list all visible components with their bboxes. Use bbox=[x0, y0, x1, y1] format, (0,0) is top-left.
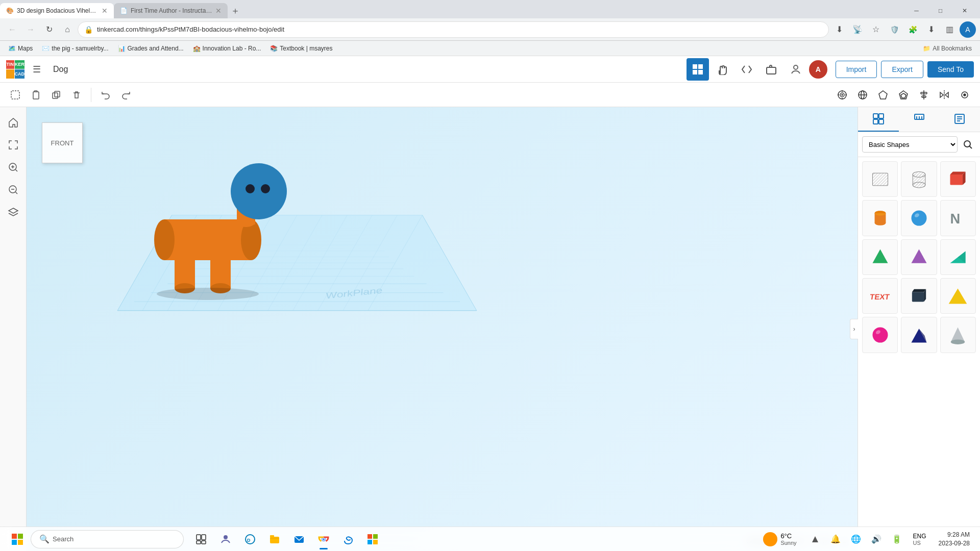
shape-mode-button[interactable] bbox=[874, 86, 892, 104]
shape-teal-wedge[interactable] bbox=[940, 239, 976, 275]
shape-navy-box[interactable] bbox=[901, 278, 937, 314]
mirror-button[interactable] bbox=[935, 86, 953, 104]
restore-button[interactable]: □ bbox=[929, 3, 952, 18]
panel-grid-icon[interactable] bbox=[858, 107, 899, 132]
hollow-mode-button[interactable] bbox=[894, 86, 913, 104]
language-selector[interactable]: ENG US bbox=[909, 531, 930, 548]
weather-condition: Sunny bbox=[780, 540, 796, 546]
extensions-icon[interactable]: ⬇ bbox=[831, 21, 847, 38]
taskbar-app-store[interactable] bbox=[361, 528, 384, 550]
close-button[interactable]: ✕ bbox=[953, 3, 976, 18]
reload-button[interactable]: ↻ bbox=[41, 21, 57, 38]
favorites-icon[interactable]: ☆ bbox=[868, 21, 884, 38]
group-button[interactable] bbox=[955, 86, 974, 104]
tab-close-1[interactable]: ✕ bbox=[102, 7, 108, 15]
cast-icon[interactable]: 📡 bbox=[849, 21, 866, 38]
shape-orange-cylinder[interactable] bbox=[862, 200, 898, 236]
bookmark-pig[interactable]: ✉️ the pig - samuelrby... bbox=[38, 44, 112, 53]
perspective-button[interactable] bbox=[853, 86, 872, 104]
grid-view-button[interactable] bbox=[687, 58, 709, 81]
bookmark-maps[interactable]: 🗺️ Maps bbox=[4, 44, 37, 53]
duplicate-button[interactable] bbox=[47, 86, 65, 104]
panel-search-button[interactable] bbox=[960, 136, 976, 153]
extension-btn-2[interactable]: 🧩 bbox=[904, 21, 921, 38]
taskbar-app-teams[interactable] bbox=[214, 528, 237, 550]
profile-icon[interactable]: A bbox=[960, 21, 976, 38]
import-button[interactable]: Import bbox=[836, 61, 877, 78]
shape-yellow-pyramid[interactable] bbox=[940, 278, 976, 314]
minimize-button[interactable]: ─ bbox=[905, 3, 928, 18]
extension-btn-1[interactable]: 🛡️ bbox=[886, 21, 902, 38]
shape-blue-sphere[interactable] bbox=[901, 200, 937, 236]
hand-tool-button[interactable] bbox=[711, 58, 733, 81]
volume-icon[interactable]: 🔊 bbox=[868, 531, 885, 547]
taskbar-app-chrome[interactable] bbox=[312, 528, 335, 550]
panel-collapse-button[interactable]: › bbox=[850, 319, 858, 339]
taskbar-app-dell[interactable]: D bbox=[239, 528, 261, 550]
zoom-out-button[interactable] bbox=[4, 181, 22, 199]
zoom-in-button[interactable] bbox=[4, 158, 22, 177]
home-button[interactable]: ⌂ bbox=[59, 21, 76, 38]
category-select[interactable]: Basic Shapes bbox=[862, 136, 958, 153]
battery-icon[interactable]: 🔋 bbox=[889, 531, 905, 547]
shape-navy-prism[interactable] bbox=[901, 317, 937, 353]
bookmark-grades[interactable]: 📊 Grades and Attend... bbox=[114, 44, 188, 53]
panel-notes-icon[interactable] bbox=[939, 107, 980, 132]
shape-purple-pyramid[interactable] bbox=[901, 239, 937, 275]
taskbar-clock[interactable]: 9:28 AM 2023-09-28 bbox=[935, 529, 974, 550]
shape-red-box[interactable] bbox=[940, 161, 976, 197]
paste-button[interactable] bbox=[27, 86, 45, 104]
suitcase-tool-button[interactable] bbox=[760, 58, 782, 81]
download-icon[interactable]: ⬇ bbox=[923, 21, 939, 38]
new-tab-button[interactable]: ＋ bbox=[228, 3, 243, 18]
sidebar-icon[interactable]: ▥ bbox=[941, 21, 958, 38]
tab-close-2[interactable]: ✕ bbox=[215, 7, 222, 15]
panel-ruler-icon[interactable] bbox=[899, 107, 940, 132]
taskbar-app-mail[interactable] bbox=[288, 528, 310, 550]
redo-button[interactable] bbox=[117, 86, 135, 104]
taskbar-search-bar[interactable]: 🔍 Search bbox=[31, 530, 184, 548]
shape-box-hole[interactable] bbox=[862, 161, 898, 197]
home-view-button[interactable] bbox=[4, 113, 22, 132]
view-target-button[interactable] bbox=[833, 86, 851, 104]
taskbar-app-taskview[interactable] bbox=[190, 528, 212, 550]
forward-button[interactable]: → bbox=[22, 21, 39, 38]
align-button[interactable] bbox=[915, 86, 933, 104]
taskbar-app-fileexplorer[interactable] bbox=[263, 528, 286, 550]
shape-pink-sphere[interactable] bbox=[862, 317, 898, 353]
user-icon-button[interactable] bbox=[785, 58, 807, 81]
svg-rect-102 bbox=[950, 174, 963, 185]
weather-widget[interactable]: 6°C Sunny bbox=[757, 530, 802, 548]
new-shape-button[interactable] bbox=[6, 86, 24, 104]
back-button[interactable]: ← bbox=[4, 21, 20, 38]
send-to-button[interactable]: Send To bbox=[927, 61, 974, 78]
fit-view-button[interactable] bbox=[4, 136, 22, 154]
network-icon[interactable]: 🌐 bbox=[848, 531, 864, 547]
shape-text-3d[interactable]: TEXT bbox=[862, 278, 898, 314]
bookmark-textbook[interactable]: 📚 Textbook | msayres bbox=[266, 44, 336, 53]
bookmark-innovation[interactable]: 🏫 Innovation Lab - Ro... bbox=[189, 44, 265, 53]
tab-inactive[interactable]: 📄 First Time Author - Instructables ✕ bbox=[114, 3, 228, 18]
system-tray[interactable] bbox=[807, 533, 823, 545]
code-tool-button[interactable] bbox=[736, 58, 758, 81]
menu-icon[interactable]: ☰ bbox=[29, 61, 45, 78]
url-bar[interactable]: 🔒 tinkercad.com/things/kPssPtM7dBI-bodac… bbox=[78, 21, 829, 38]
taskbar-app-edge[interactable] bbox=[337, 528, 359, 550]
export-button[interactable]: Export bbox=[881, 61, 923, 78]
shape-gray-cone[interactable] bbox=[940, 317, 976, 353]
tab-active[interactable]: 🎨 3D design Bodacious Vihelmo-B... ✕ bbox=[0, 3, 114, 18]
start-button[interactable] bbox=[6, 528, 29, 550]
svg-rect-130 bbox=[12, 534, 17, 539]
svg-point-76 bbox=[231, 163, 287, 219]
svg-point-77 bbox=[246, 184, 255, 193]
profile-avatar[interactable]: A bbox=[809, 60, 827, 79]
layers-button[interactable] bbox=[4, 203, 22, 221]
shape-letter-n[interactable]: N bbox=[940, 200, 976, 236]
svg-rect-137 bbox=[202, 541, 206, 544]
shape-green-pyramid[interactable] bbox=[862, 239, 898, 275]
shape-cylinder-hole[interactable] bbox=[901, 161, 937, 197]
all-bookmarks[interactable]: 📁 All Bookmarks bbox=[919, 44, 976, 53]
delete-button[interactable] bbox=[67, 86, 86, 104]
notification-icon[interactable]: 🔔 bbox=[827, 531, 844, 547]
undo-button[interactable] bbox=[96, 86, 115, 104]
